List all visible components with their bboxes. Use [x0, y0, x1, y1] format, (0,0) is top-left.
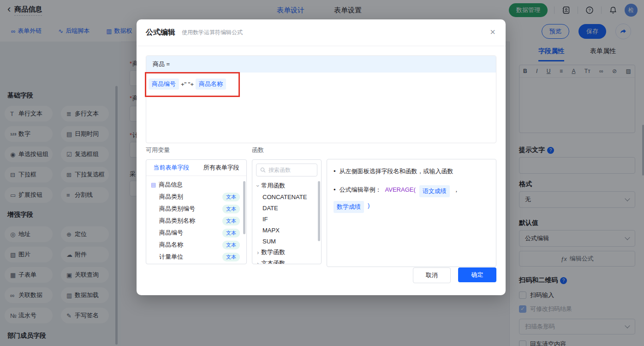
variable-row[interactable]: 商品编号文本: [146, 227, 246, 239]
formula-expression[interactable]: 商品编号 +" "+ 商品名称: [149, 79, 226, 90]
type-badge: 文本: [222, 205, 240, 213]
search-icon: [260, 167, 266, 173]
chevron-right-icon: ›: [257, 249, 259, 256]
function-search-input[interactable]: 搜索函数: [256, 164, 317, 176]
variable-row[interactable]: 计量单位文本: [146, 251, 246, 263]
search-placeholder: 搜索函数: [268, 166, 291, 174]
hints-panel: • 从左侧面板选择字段名和函数，或输入函数 • 公式编辑举例： AVERAGE(…: [327, 159, 496, 267]
type-badge: 文本: [222, 229, 240, 237]
function-item[interactable]: SUM: [252, 236, 321, 247]
tab-all-form-fields[interactable]: 所有表单字段: [197, 164, 247, 172]
field-token[interactable]: 商品编号: [149, 79, 179, 90]
example-field-chip: 语文成绩: [419, 185, 450, 197]
variables-label: 可用变量: [146, 146, 170, 154]
hint-line-2: • 公式编辑举例： AVERAGE( 语文成绩 ， 数学成绩 ): [334, 185, 489, 213]
hint-line-1: • 从左侧面板选择字段名和函数，或输入函数: [334, 167, 489, 176]
tab-current-form-fields[interactable]: 当前表单字段: [146, 164, 197, 172]
app-root: ‹ 商品信息 表单设计 表单设置 数据管理 ? 检 ∞: [0, 0, 644, 346]
document-icon: ▤: [151, 182, 156, 188]
bullet-icon: •: [334, 185, 336, 194]
formula-editor-modal: 公式编辑 使用数学运算符编辑公式 × 商品 = 商品编号 +" "+ 商品名称 …: [137, 19, 506, 295]
function-group-text[interactable]: ›文本函数: [252, 258, 321, 264]
function-item[interactable]: CONCATENATE: [252, 191, 321, 202]
example-field-chip: 数学成绩: [334, 201, 364, 213]
example-function-name: AVERAGE(: [385, 185, 416, 194]
chevron-down-icon: ›: [255, 185, 262, 187]
group-label: 商品信息: [159, 181, 183, 189]
type-badge: 文本: [222, 193, 240, 201]
type-badge: 文本: [222, 253, 240, 261]
variables-scrollbar[interactable]: [243, 181, 245, 234]
function-item[interactable]: MAPX: [252, 225, 321, 236]
functions-label: 函数: [252, 146, 264, 154]
example-close-paren: ): [368, 201, 370, 210]
function-item[interactable]: DATE: [252, 202, 321, 213]
variables-tabs: 当前表单字段 所有表单字段: [146, 160, 246, 176]
functions-panel: 搜索函数 ›常用函数 CONCATENATE DATE IF MAPX SUM …: [252, 159, 322, 264]
variables-panel: 当前表单字段 所有表单字段 ▤ 商品信息 商品类别文本 商品类别编号文本 商品类…: [146, 159, 247, 264]
variables-group-row[interactable]: ▤ 商品信息: [146, 179, 246, 191]
cancel-button[interactable]: 取消: [413, 267, 451, 283]
chevron-right-icon: ›: [257, 260, 259, 265]
modal-footer: 取消 确定: [413, 267, 496, 283]
function-group-common[interactable]: ›常用函数: [252, 180, 321, 191]
bullet-icon: •: [334, 167, 336, 176]
variable-row[interactable]: 商品类别编号文本: [146, 203, 246, 215]
type-badge: 文本: [222, 217, 240, 225]
variable-row[interactable]: 商品名称文本: [146, 239, 246, 251]
confirm-button[interactable]: 确定: [458, 267, 496, 282]
type-badge: 文本: [222, 241, 240, 249]
modal-subtitle: 使用数学运算符编辑公式: [182, 29, 243, 36]
field-token[interactable]: 商品名称: [196, 79, 226, 90]
function-item[interactable]: IF: [252, 213, 321, 225]
formula-target: 商品 =: [146, 56, 496, 73]
variable-row[interactable]: 商品类别名称文本: [146, 215, 246, 227]
modal-title: 公式编辑: [146, 28, 175, 37]
function-group-math[interactable]: ›数学函数: [252, 247, 321, 258]
variable-row[interactable]: 商品类别文本: [146, 191, 246, 203]
operator-token: +" "+: [181, 81, 194, 88]
modal-header: 公式编辑 使用数学运算符编辑公式: [137, 19, 506, 46]
formula-editor-box[interactable]: 商品 =: [146, 55, 496, 143]
close-icon[interactable]: ×: [490, 27, 495, 37]
functions-scrollbar[interactable]: [318, 181, 320, 241]
